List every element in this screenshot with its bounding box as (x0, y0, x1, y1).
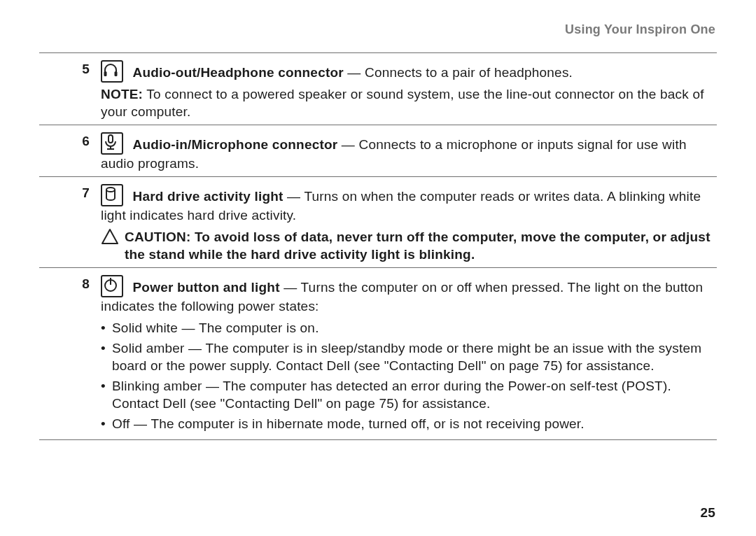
entry-title: Power button and light (132, 280, 279, 295)
entry-number: 8 (39, 275, 101, 293)
entry-body: Hard drive activity light — Turns on whe… (101, 184, 717, 263)
caution-text: CAUTION: To avoid loss of data, never tu… (125, 228, 717, 263)
entry-title: Hard drive activity light (132, 189, 283, 204)
page-number: 25 (700, 505, 715, 521)
hard-drive-icon (101, 184, 123, 206)
entry-number: 7 (39, 184, 101, 202)
svg-point-5 (106, 188, 115, 192)
entry-body: Power button and light — Turns the compu… (101, 275, 717, 435)
caution-triangle-icon (101, 228, 119, 249)
svg-rect-0 (104, 71, 107, 76)
headphone-icon (101, 60, 123, 83)
list-item: Off — The computer is in hibernate mode,… (101, 415, 717, 432)
entry-number: 5 (39, 60, 101, 78)
microphone-icon (101, 132, 123, 155)
list-item: Blinking amber — The computer has detect… (101, 377, 717, 412)
note-label: NOTE: (101, 87, 143, 101)
entry-body: Audio-in/Microphone connector — Connects… (101, 132, 717, 172)
entry-desc: — Connects to a pair of headphones. (344, 65, 573, 80)
list-item: Solid white — The computer is on. (101, 319, 717, 337)
feature-entry-5: 5 Audio-out/Headphone connector — Connec… (39, 53, 717, 125)
list-item: Solid amber — The computer is in sleep/s… (101, 339, 717, 374)
feature-entry-7: 7 Hard drive activity light — Turns on w… (39, 177, 717, 267)
entry-title: Audio-in/Microphone connector (132, 137, 337, 152)
divider (39, 439, 717, 440)
note-text: To connect to a powered speaker or sound… (101, 87, 704, 119)
feature-entry-6: 6 Audio-in/Microphone connector — Connec… (39, 125, 717, 176)
feature-entry-8: 8 Power button and light — Turns the com… (39, 268, 717, 439)
power-states-list: Solid white — The computer is on. Solid … (101, 319, 717, 432)
power-icon (101, 275, 123, 297)
svg-rect-2 (108, 135, 113, 143)
entry-title: Audio-out/Headphone connector (132, 65, 343, 80)
entry-body: Audio-out/Headphone connector — Connects… (101, 60, 717, 120)
svg-rect-1 (115, 71, 118, 76)
manual-page: Using Your Inspiron One 5 Audio-out/Head… (0, 0, 756, 536)
page-header: Using Your Inspiron One (39, 22, 717, 37)
entry-number: 6 (39, 132, 101, 150)
caution-row: CAUTION: To avoid loss of data, never tu… (101, 228, 717, 263)
